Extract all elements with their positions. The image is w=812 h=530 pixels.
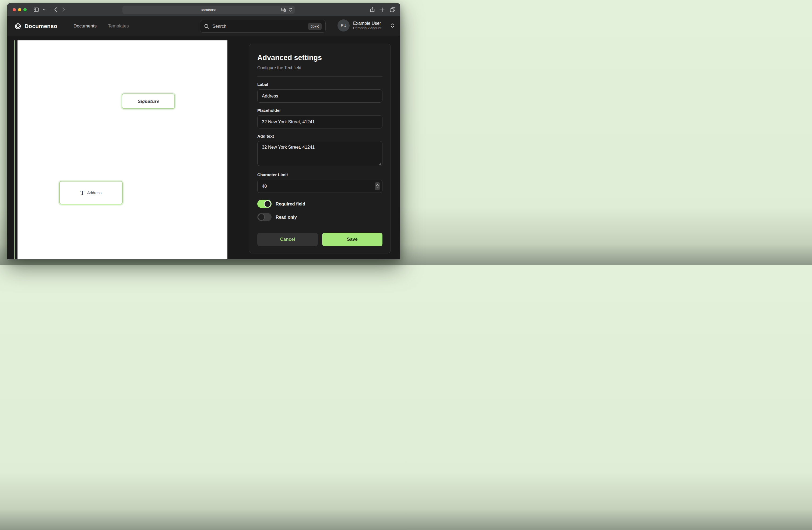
label-input[interactable] <box>257 89 382 102</box>
nav-link-documents[interactable]: Documents <box>73 24 97 29</box>
green-rail <box>14 40 15 259</box>
divider <box>257 76 382 77</box>
user-name: Example User <box>353 20 381 26</box>
documenso-logo-icon <box>14 23 21 30</box>
share-icon[interactable] <box>370 7 375 12</box>
required-field-label: Required field <box>276 201 305 207</box>
stepper-down-icon <box>376 187 379 188</box>
save-button[interactable]: Save <box>322 233 383 246</box>
nav-link-templates[interactable]: Templates <box>108 24 129 29</box>
panel-title: Advanced settings <box>257 54 382 62</box>
signature-field[interactable]: Signature <box>122 94 175 109</box>
chevron-down-icon[interactable] <box>41 6 48 13</box>
cancel-button[interactable]: Cancel <box>257 233 318 246</box>
browser-window: localhost A文 <box>7 3 400 259</box>
close-button[interactable] <box>13 8 16 11</box>
forward-icon[interactable] <box>60 6 67 13</box>
stepper-up-icon <box>376 184 379 186</box>
minimize-button[interactable] <box>18 8 21 11</box>
app-navbar: Documenso Documents Templates Search ⌘+K… <box>7 16 400 36</box>
sidebar-icon[interactable] <box>32 6 40 13</box>
chevron-up-down-icon <box>391 23 394 28</box>
user-menu[interactable]: EU Example User Personal Account <box>337 19 394 31</box>
text-field-icon: T <box>81 190 84 196</box>
traffic-lights <box>13 8 27 11</box>
toggle-knob <box>264 200 271 207</box>
read-only-label: Read only <box>276 215 297 220</box>
svg-text:文: 文 <box>284 10 286 11</box>
search-input[interactable]: Search ⌘+K <box>200 20 326 32</box>
avatar: EU <box>337 19 350 31</box>
required-field-toggle[interactable] <box>257 200 272 208</box>
placeholder-input[interactable] <box>257 115 382 128</box>
panel-subtitle: Configure the Text field <box>257 66 382 70</box>
new-tab-icon[interactable] <box>380 8 385 12</box>
character-limit-field-label: Character Limit <box>257 172 382 177</box>
search-icon <box>204 24 209 29</box>
reload-icon[interactable] <box>289 8 292 12</box>
address-bar[interactable]: localhost A文 <box>122 6 295 14</box>
character-limit-input[interactable] <box>257 180 382 193</box>
read-only-toggle[interactable] <box>257 213 272 221</box>
address-bar-url: localhost <box>201 8 216 12</box>
back-icon[interactable] <box>52 6 59 13</box>
user-account-type: Personal Account <box>353 26 381 30</box>
add-text-field-label: Add text <box>257 134 382 139</box>
main-content: Signature T Address Advanced settings Co… <box>7 37 400 259</box>
advanced-settings-panel: Advanced settings Configure the Text fie… <box>249 44 391 253</box>
chrome-separator <box>50 7 50 12</box>
zoom-button[interactable] <box>24 8 27 11</box>
brand[interactable]: Documenso <box>14 23 57 30</box>
label-field-label: Label <box>257 82 382 87</box>
add-text-textarea[interactable]: 32 New York Street, 41241 <box>257 141 382 166</box>
search-placeholder: Search <box>212 24 226 29</box>
placeholder-field-label: Placeholder <box>257 108 382 113</box>
signature-field-label: Signature <box>137 99 159 103</box>
translate-icon[interactable]: A文 <box>281 8 286 12</box>
brand-name: Documenso <box>25 23 57 29</box>
document-page: Signature T Address <box>17 40 228 259</box>
tab-overview-icon[interactable] <box>390 7 395 12</box>
number-stepper[interactable] <box>375 182 380 190</box>
address-field-label: Address <box>87 191 101 195</box>
toggle-knob <box>258 213 265 221</box>
browser-chrome: localhost A文 <box>7 3 400 16</box>
search-shortcut-badge: ⌘+K <box>308 23 322 30</box>
address-text-field[interactable]: T Address <box>59 181 123 205</box>
